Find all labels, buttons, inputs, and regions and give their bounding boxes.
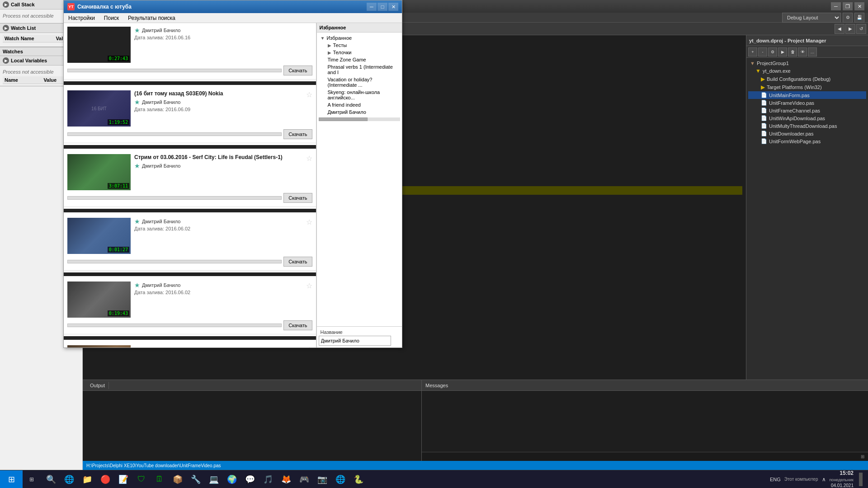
- taskbar-up-icon[interactable]: ∧: [822, 476, 826, 483]
- pm-project-exe[interactable]: ▼ yt_down.exe: [748, 67, 866, 75]
- maximize-button[interactable]: □: [377, 3, 387, 11]
- download-btn-5[interactable]: Скачать: [283, 320, 312, 330]
- fav-timezone[interactable]: Time Zone Game: [326, 56, 401, 63]
- pm-options-btn[interactable]: ⚙: [768, 47, 777, 56]
- pm-file-label-2: UnitFrameVideo.pas: [769, 100, 814, 106]
- taskbar-search-button[interactable]: ⊞: [23, 470, 41, 488]
- yt-menu: Настройки Поиск Результаты поиска: [64, 13, 402, 23]
- fav-skyeng[interactable]: Skyeng: онлайн-школа английско...: [326, 89, 401, 101]
- taskbar-icon-browser1[interactable]: 🌐: [61, 471, 78, 488]
- taskbar-icon-package[interactable]: 📦: [169, 471, 186, 488]
- fav-name-input[interactable]: [319, 336, 391, 346]
- menu-settings[interactable]: Настройки: [64, 14, 99, 22]
- result-thumb-3: 3:07:11: [67, 154, 131, 190]
- download-btn-1[interactable]: Скачать: [283, 66, 312, 75]
- taskbar-icon-explorer[interactable]: 📁: [79, 471, 96, 488]
- pm-file-winapidownload[interactable]: 📄 UnitWinApiDownload.pas: [748, 114, 866, 122]
- result-info-4: ★ Дмитрий Бачило Дата залива: 2016.06.02: [134, 218, 312, 231]
- taskbar-icon-firefox[interactable]: 🦊: [278, 471, 295, 488]
- pm-add-btn[interactable]: +: [748, 47, 757, 56]
- layout-dropdown[interactable]: Debug Layout: [782, 13, 841, 23]
- fav-telochki[interactable]: ▶ Телочки: [326, 49, 401, 56]
- star-btn-6[interactable]: ☆: [306, 345, 312, 347]
- pm-clean-btn[interactable]: 🗑: [788, 47, 797, 56]
- forward-btn[interactable]: ▶: [845, 24, 855, 34]
- output-tab[interactable]: Output: [86, 382, 109, 389]
- taskbar-icon-cortana[interactable]: 🔍: [42, 471, 60, 488]
- taskbar-icon-shield[interactable]: 🛡: [133, 471, 150, 488]
- taskbar-icon-game[interactable]: 🎮: [296, 471, 313, 488]
- result-item-1: 0:27:43 ★ Дмитрий Бачило Дата залива: 20…: [64, 23, 316, 80]
- taskbar-icon-chat[interactable]: 💬: [241, 471, 259, 488]
- pm-build-btn[interactable]: ▶: [778, 47, 787, 56]
- refresh-btn[interactable]: ↺: [856, 24, 866, 34]
- pm-file-formwebpage[interactable]: 📄 UnitFormWebPage.pas: [748, 137, 866, 145]
- star-btn-2[interactable]: ☆: [306, 90, 312, 99]
- result-item-2: 16 БИТ 1:19:52 (16 бит тому назад S03E09…: [64, 87, 316, 143]
- fav-scrollbar[interactable]: [319, 117, 401, 121]
- pm-remove-btn[interactable]: -: [758, 47, 767, 56]
- pm-file-mainform[interactable]: 📄 UnitMainForm.pas: [748, 91, 866, 99]
- toolbar-btn-gear[interactable]: ⚙: [843, 13, 853, 23]
- toolbar-btn-save[interactable]: 💾: [854, 13, 864, 23]
- favorites-tree: ▼ Избранное ▶ Тесты ▶ Телочки T: [317, 33, 402, 323]
- pm-file-framechannel[interactable]: 📄 UnitFrameChannel.pas: [748, 107, 866, 114]
- pm-file-multythreaddownload[interactable]: 📄 UnitMultyThreadDownload.pas: [748, 122, 866, 130]
- menu-results[interactable]: Результаты поиска: [123, 14, 180, 22]
- minimize-button[interactable]: ─: [367, 3, 377, 11]
- taskbar-icon-camera[interactable]: 📷: [314, 471, 331, 488]
- pm-file-downloader[interactable]: 📄 UnitDownloader.pas: [748, 130, 866, 137]
- pm-target-platforms[interactable]: ▶ Target Platforms (Win32): [748, 83, 866, 91]
- show-desktop-btn[interactable]: [859, 473, 863, 486]
- pm-view-btn[interactable]: 👁: [798, 47, 807, 56]
- star-btn-3[interactable]: ☆: [306, 154, 312, 163]
- fav-dmitry[interactable]: Дмитрий Бачило: [326, 108, 401, 116]
- star-btn-5[interactable]: ☆: [306, 282, 312, 290]
- star-btn-4[interactable]: ☆: [306, 218, 312, 226]
- pm-project-group[interactable]: ▼ ProjectGroup1: [748, 60, 866, 67]
- fav-phrasal[interactable]: Phrasal verbs 1 (Intermediate and I: [326, 63, 401, 76]
- pm-more-btn[interactable]: …: [808, 47, 817, 56]
- favorites-panel: Избранное ▼ Избранное ▶ Тесты ▶ Телочки: [316, 23, 402, 347]
- download-btn-3[interactable]: Скачать: [283, 193, 312, 203]
- delphi-restore[interactable]: ❐: [843, 2, 853, 10]
- fav-vacation[interactable]: Vacation or holiday? (Intermediate ...: [326, 76, 401, 89]
- fav-friend[interactable]: A friend indeed: [326, 101, 401, 108]
- taskbar-icon-snake[interactable]: 🐍: [350, 471, 367, 488]
- watch-list-label: Watch List: [11, 25, 36, 31]
- taskbar-icon-tools[interactable]: 🔧: [187, 471, 204, 488]
- delphi-close[interactable]: ✕: [854, 2, 864, 10]
- fav-root-item[interactable]: ▼ Избранное: [319, 34, 401, 42]
- author-star-4: ★: [134, 218, 140, 225]
- download-btn-2[interactable]: Скачать: [283, 129, 312, 139]
- pm-build-icon: ▶: [761, 76, 765, 82]
- back-btn[interactable]: ◀: [835, 24, 844, 34]
- taskbar-icon-internet[interactable]: 🌍: [223, 471, 241, 488]
- search-results-panel: 0:27:43 ★ Дмитрий Бачило Дата залива: 20…: [64, 23, 316, 347]
- pm-build-config[interactable]: ▶ Build Configurations (Debug): [748, 75, 866, 83]
- taskbar: ⊞ ⊞ 🔍 🌐 📁 🔴 📝 🛡 🗓 📦 🔧 💻 🌍 💬 🎵 🦊 🎮 📷 🌐 🐍 …: [0, 470, 868, 488]
- pm-group-icon: ▼: [750, 61, 755, 66]
- taskbar-icon-pc[interactable]: 💻: [205, 471, 222, 488]
- menu-search[interactable]: Поиск: [99, 14, 123, 22]
- pm-toolbar: + - ⚙ ▶ 🗑 👁 …: [746, 46, 868, 58]
- taskbar-icon-music[interactable]: 🎵: [259, 471, 277, 488]
- start-button[interactable]: ⊞: [0, 470, 23, 488]
- taskbar-icon-notepad[interactable]: 📝: [115, 471, 132, 488]
- delphi-minimize[interactable]: ─: [831, 2, 841, 10]
- progress-4: [67, 260, 282, 263]
- taskbar-icon-kaspersky[interactable]: 🗓: [151, 471, 168, 488]
- pm-file-framevideo[interactable]: 📄 UnitFrameVideo.pas: [748, 99, 866, 107]
- close-button[interactable]: ✕: [388, 3, 398, 11]
- taskbar-icon-browser2[interactable]: 🌐: [332, 471, 349, 488]
- separator-1: [64, 81, 316, 85]
- progress-2: [67, 132, 282, 136]
- duration-5: 0:19:43: [108, 310, 129, 316]
- messages-tab[interactable]: Messages: [425, 383, 448, 388]
- taskbar-icon-opera[interactable]: 🔴: [97, 471, 114, 488]
- result-thumb-1: 0:27:43: [67, 27, 131, 63]
- bottom-panel: Output Messages ⊞: [83, 380, 868, 461]
- download-btn-4[interactable]: Скачать: [283, 257, 312, 267]
- fav-testy[interactable]: ▶ Тесты: [326, 42, 401, 49]
- fav-friend-label: A friend indeed: [328, 102, 361, 108]
